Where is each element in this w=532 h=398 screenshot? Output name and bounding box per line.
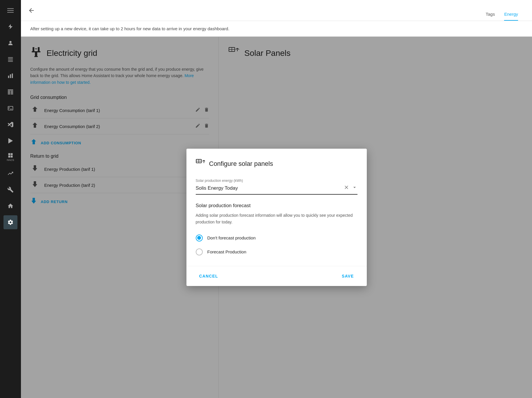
- hacs-text: HACS: [7, 159, 14, 161]
- svg-rect-4: [8, 57, 13, 58]
- sidebar-item-chart[interactable]: [3, 69, 17, 83]
- svg-rect-10: [12, 74, 13, 78]
- cancel-button[interactable]: CANCEL: [196, 271, 222, 281]
- radio-circle-no-forecast: [196, 234, 203, 241]
- svg-point-3: [9, 41, 11, 43]
- svg-rect-21: [11, 156, 13, 158]
- dialog-overlay: Configure solar panels Solar production …: [21, 37, 532, 398]
- sidebar-item-table[interactable]: [3, 85, 17, 99]
- save-button[interactable]: SAVE: [338, 271, 357, 281]
- sidebar-item-settings[interactable]: [3, 215, 17, 229]
- svg-rect-9: [10, 74, 11, 78]
- svg-rect-13: [11, 91, 13, 92]
- clear-icon[interactable]: [344, 184, 349, 192]
- sidebar-item-home[interactable]: [3, 199, 17, 213]
- svg-rect-8: [8, 76, 9, 78]
- svg-rect-20: [8, 156, 10, 158]
- svg-rect-0: [7, 8, 14, 9]
- radio-label-no-forecast: Don't forecast production: [207, 235, 256, 240]
- sidebar-item-trend[interactable]: [3, 166, 17, 180]
- dialog-body: Configure solar panels Solar production …: [186, 149, 367, 266]
- dropdown-icon[interactable]: [352, 184, 357, 192]
- forecast-section-title: Solar production forecast: [196, 203, 357, 209]
- dialog-footer: CANCEL SAVE: [186, 266, 367, 286]
- dialog-header-icon: [196, 158, 205, 169]
- info-bar: After setting up a new device, it can ta…: [21, 21, 532, 37]
- svg-rect-15: [11, 92, 13, 93]
- svg-rect-7: [8, 61, 13, 62]
- radio-label-forecast: Forecast Production: [207, 249, 246, 254]
- svg-rect-5: [8, 58, 13, 59]
- sidebar-item-play[interactable]: [3, 134, 17, 148]
- configure-solar-dialog: Configure solar panels Solar production …: [186, 149, 367, 286]
- svg-rect-2: [7, 12, 14, 13]
- topbar: Tags Energy: [21, 0, 532, 21]
- svg-rect-12: [8, 91, 10, 92]
- sidebar-item-list[interactable]: [3, 52, 17, 66]
- info-bar-text: After setting up a new device, it can ta…: [30, 26, 229, 31]
- solar-energy-input[interactable]: [196, 185, 341, 191]
- back-button[interactable]: [28, 7, 35, 14]
- tab-tags[interactable]: Tags: [486, 12, 495, 21]
- field-label: Solar production energy (kWh): [196, 179, 357, 183]
- sidebar-item-person[interactable]: [3, 36, 17, 50]
- field-input-row: [196, 184, 357, 195]
- sidebar-item-vscode[interactable]: [3, 118, 17, 132]
- radio-circle-forecast: [196, 248, 203, 255]
- main-content: Tags Energy After setting up a new devic…: [21, 0, 532, 398]
- tab-energy[interactable]: Energy: [504, 12, 518, 21]
- svg-rect-11: [8, 90, 13, 90]
- forecast-description: Adding solar production forecast informa…: [196, 212, 357, 225]
- sidebar-item-lightning[interactable]: [3, 20, 17, 34]
- svg-rect-14: [8, 92, 10, 93]
- svg-rect-17: [11, 94, 13, 95]
- svg-rect-1: [7, 10, 14, 11]
- svg-rect-19: [11, 153, 13, 155]
- sidebar-item-terminal[interactable]: [3, 101, 17, 115]
- radio-no-forecast[interactable]: Don't forecast production: [196, 231, 357, 245]
- dialog-title: Configure solar panels: [209, 160, 273, 168]
- sidebar: HACS: [0, 0, 21, 398]
- sidebar-item-menu[interactable]: [3, 3, 17, 17]
- radio-inner-no-forecast: [197, 236, 201, 240]
- sidebar-item-hacs[interactable]: HACS: [3, 150, 17, 164]
- content-area: Electricity grid Configure the amount of…: [21, 37, 532, 398]
- dialog-header: Configure solar panels: [196, 158, 357, 169]
- svg-rect-16: [8, 94, 10, 95]
- topbar-tabs: Tags Energy: [486, 0, 518, 21]
- svg-rect-6: [8, 60, 13, 61]
- svg-rect-18: [8, 153, 10, 155]
- radio-forecast[interactable]: Forecast Production: [196, 245, 357, 259]
- sidebar-item-wrench[interactable]: [3, 183, 17, 197]
